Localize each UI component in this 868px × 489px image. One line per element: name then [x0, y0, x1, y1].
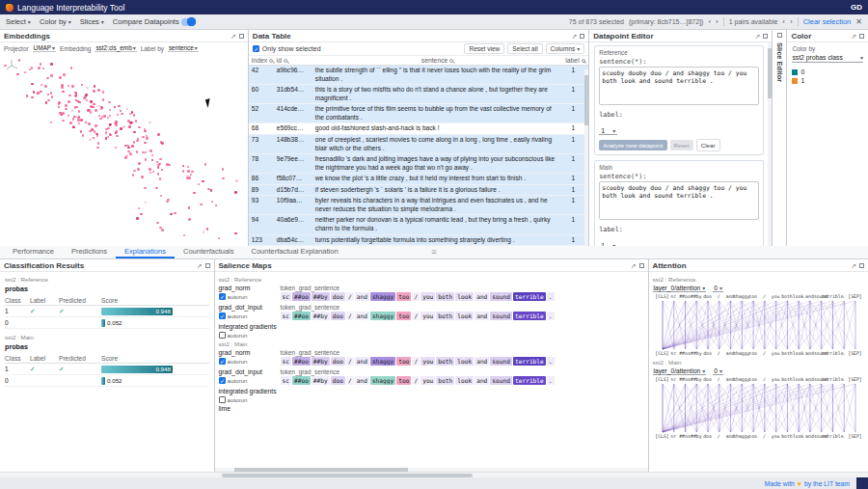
table-row[interactable]: 73148b38…one of creepiest , scariest mov…	[249, 135, 588, 154]
embedding-point[interactable]	[97, 105, 100, 108]
embedding-point[interactable]	[38, 67, 41, 69]
embedding-point[interactable]	[149, 172, 152, 175]
embedding-point[interactable]	[183, 234, 186, 237]
embedding-point[interactable]	[218, 237, 221, 240]
tab-counterfactuals[interactable]: Counterfactuals	[175, 246, 243, 258]
popout-icon[interactable]: ↗	[571, 33, 577, 40]
close-icon[interactable]: ✕	[855, 18, 862, 26]
autorun-checkbox[interactable]: autorun	[219, 332, 281, 339]
projector-select[interactable]: UMAP ▾	[33, 44, 56, 52]
embedding-point[interactable]	[74, 95, 77, 97]
embedding-select[interactable]: sst2:cls_emb ▾	[95, 44, 136, 52]
embedding-point[interactable]	[116, 130, 119, 133]
embedding-point[interactable]	[198, 183, 201, 186]
clear-button[interactable]: Clear	[696, 139, 720, 151]
table-row[interactable]: 789e79ee…fresnadillo 's dark and jolting…	[249, 154, 588, 174]
embedding-point[interactable]	[72, 118, 75, 121]
embedding-point[interactable]	[141, 176, 144, 178]
sentence-textarea[interactable]	[599, 181, 759, 220]
embedding-point[interactable]	[102, 91, 105, 94]
autorun-checkbox[interactable]: autorun	[219, 396, 281, 403]
maximize-icon[interactable]	[205, 263, 210, 268]
table-row[interactable]: 89d15b7d…if steven soderbergh 's ` solar…	[249, 185, 588, 197]
embedding-point[interactable]	[46, 77, 49, 80]
embedding-point[interactable]	[144, 187, 147, 190]
embedding-point[interactable]	[44, 85, 47, 88]
embedding-point[interactable]	[222, 177, 225, 180]
table-row[interactable]: 9310f9aa…byler reveals his characters in…	[249, 196, 588, 215]
embedding-point[interactable]	[133, 114, 136, 117]
embedding-point[interactable]	[142, 136, 145, 139]
embedding-point[interactable]	[58, 101, 61, 104]
embedding-point[interactable]	[82, 134, 85, 137]
embedding-point[interactable]	[182, 170, 185, 173]
embedding-point[interactable]	[222, 168, 225, 171]
embedding-point[interactable]	[138, 126, 141, 129]
select-menu[interactable]: Select ▾	[6, 17, 31, 26]
embedding-point[interactable]	[204, 163, 207, 166]
embedding-point[interactable]	[207, 188, 210, 191]
embedding-point[interactable]	[109, 109, 112, 112]
table-row[interactable]: 9440a6e9…neither parker nor donovan is a…	[249, 215, 588, 234]
autorun-checkbox[interactable]: autorun	[219, 358, 281, 365]
user-avatar[interactable]: GD	[851, 3, 862, 12]
analyze-datapoint-button[interactable]: Analyze new datapoint	[599, 140, 666, 150]
embedding-point[interactable]	[16, 73, 19, 76]
embedding-point[interactable]	[149, 122, 151, 124]
color-by-select[interactable]: sst2 probas class ▾	[792, 54, 863, 63]
embedding-point[interactable]	[100, 106, 103, 109]
embedding-point[interactable]	[155, 187, 158, 190]
embedding-point[interactable]	[102, 98, 105, 101]
embedding-point[interactable]	[187, 170, 190, 173]
embedding-point[interactable]	[50, 63, 53, 66]
tab-explanations[interactable]: Explanations	[116, 246, 175, 258]
embedding-point[interactable]	[190, 174, 193, 177]
embedding-point[interactable]	[118, 105, 121, 108]
embedding-point[interactable]	[109, 123, 112, 126]
embedding-point[interactable]	[107, 117, 110, 120]
embedding-point[interactable]	[95, 124, 97, 127]
embedding-point[interactable]	[128, 125, 131, 128]
embedding-point[interactable]	[168, 164, 171, 167]
slices-menu[interactable]: Slices ▾	[80, 17, 104, 26]
embedding-point[interactable]	[145, 202, 148, 204]
embedding-point[interactable]	[115, 147, 118, 149]
embedding-point[interactable]	[140, 213, 143, 216]
embedding-point[interactable]	[160, 195, 163, 198]
embedding-point[interactable]	[174, 212, 176, 215]
embedding-point[interactable]	[108, 101, 111, 104]
embedding-point[interactable]	[97, 89, 100, 92]
search-icon[interactable]	[449, 59, 453, 63]
embedding-point[interactable]	[93, 103, 95, 106]
maximize-icon[interactable]	[859, 263, 864, 268]
embedding-point[interactable]	[121, 113, 123, 116]
tab-performance[interactable]: Performance	[4, 246, 63, 258]
embedding-point[interactable]	[41, 84, 43, 87]
clear-selection-button[interactable]: Clear selection	[803, 17, 852, 26]
embedding-point[interactable]	[88, 122, 91, 125]
embedding-point[interactable]	[95, 109, 97, 112]
embedding-point[interactable]	[63, 73, 66, 76]
tab-counterfactual-explanation[interactable]: Counterfactual Explanation	[243, 246, 347, 258]
embedding-point[interactable]	[145, 158, 148, 161]
embedding-point[interactable]	[65, 108, 68, 111]
embedding-point[interactable]	[151, 154, 154, 157]
embedding-point[interactable]	[115, 122, 118, 124]
embedding-point[interactable]	[62, 91, 65, 94]
column-header-index[interactable]: index	[249, 56, 274, 65]
embedding-point[interactable]	[124, 156, 127, 159]
embedding-point[interactable]	[126, 108, 129, 111]
embedding-point[interactable]	[68, 115, 70, 118]
embedding-point[interactable]	[166, 201, 169, 204]
embedding-point[interactable]	[117, 114, 120, 117]
column-header-sentence[interactable]: sentence	[312, 56, 562, 65]
embedding-point[interactable]	[156, 222, 159, 225]
embedding-point[interactable]	[137, 168, 140, 171]
layer-select[interactable]: layer_0/attention▾	[653, 367, 707, 375]
embedding-point[interactable]	[96, 134, 99, 137]
embedding-point[interactable]	[50, 122, 53, 124]
embedding-point[interactable]	[151, 159, 154, 162]
prev-datapoint-icon[interactable]: ‹	[708, 18, 711, 26]
table-row[interactable]: 42a9bc96…the subtle strength of `` ellin…	[249, 66, 588, 85]
embedding-point[interactable]	[81, 84, 84, 87]
